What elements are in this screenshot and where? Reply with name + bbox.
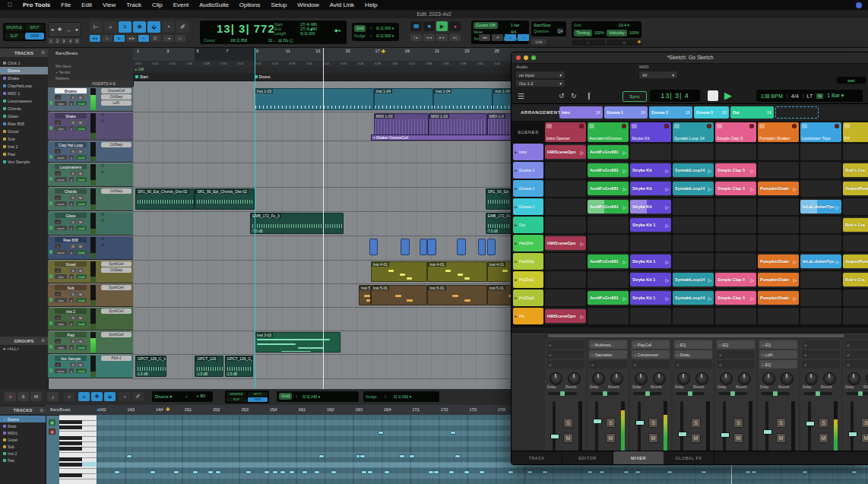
sketch-clip-rob-s-cra[interactable]: Rob's Cra▷ xyxy=(843,218,868,232)
midi-note[interactable] xyxy=(448,470,455,474)
h-zoom-icon[interactable]: ↔ xyxy=(66,27,71,33)
channel-solo-button[interactable]: S xyxy=(691,418,701,428)
clip-gpct-126-c-v[interactable]: GPCT_126_C_V-1.5 dB xyxy=(135,356,166,377)
clip-play-icon[interactable]: ▷ xyxy=(622,259,626,264)
countoff-chip[interactable]: Count Off xyxy=(474,22,498,29)
clip-play-icon[interactable]: ▷ xyxy=(580,241,584,246)
pan-slider-cap[interactable] xyxy=(858,391,863,396)
track-solo-button[interactable]: S xyxy=(70,244,76,248)
clip-play-icon[interactable]: ▷ xyxy=(708,296,711,301)
insert-chip-synthcell[interactable]: SynthCell xyxy=(101,332,131,337)
edit-window-titlebar[interactable]: Edit: 2023-4v2 xyxy=(0,10,868,18)
track-view-selector[interactable]: wave xyxy=(55,226,67,230)
clip-slot-empty[interactable] xyxy=(715,308,756,324)
midi-note[interactable] xyxy=(701,470,707,474)
sketch-window[interactable]: *Sketch: Go SketchAudioMIDIno Input▾Out … xyxy=(511,52,868,465)
track-solo-button[interactable]: S xyxy=(70,315,76,320)
clip-inst-1-04[interactable]: Inst 1-04 xyxy=(374,88,433,110)
insert-slot-empty[interactable] xyxy=(101,113,104,116)
fx-slot-eq[interactable]: ◅EQ xyxy=(674,340,712,349)
track-solo-button[interactable]: S xyxy=(70,149,76,153)
pan-slider-cap[interactable] xyxy=(816,391,820,396)
clip-ra[interactable] xyxy=(369,239,379,255)
fx-bypass-icon[interactable]: ◅ xyxy=(633,343,636,347)
track-name-raw-808[interactable]: Raw 808 xyxy=(55,237,87,242)
track-pan-indicator[interactable]: p xyxy=(69,155,74,160)
track-solo-button[interactable]: S xyxy=(70,362,76,367)
clip-slot-empty[interactable] xyxy=(843,289,868,306)
fx-bypass-icon[interactable]: ◅ xyxy=(633,353,636,357)
fx-slot-empty[interactable]: ◅ xyxy=(717,360,755,369)
fx-bypass-icon[interactable]: ◅ xyxy=(846,362,849,367)
tab-editor[interactable]: EDITOR xyxy=(562,451,613,465)
track-automation-selector[interactable]: read xyxy=(76,345,87,350)
reverb-send-knob[interactable] xyxy=(568,372,581,385)
counter-nav-icons[interactable]: ◆◂ xyxy=(334,27,341,33)
insert-chip-synthcell[interactable]: SynthCell xyxy=(101,308,131,314)
track-name-glass[interactable]: Glass xyxy=(55,213,87,218)
fx-bypass-icon[interactable]: ◅ xyxy=(676,343,679,347)
scene-groove-1[interactable]: ▶Groove 1 xyxy=(513,162,543,179)
sketch-clip-stryke-kit-1[interactable]: Stryke Kit 1▷ xyxy=(630,218,671,232)
midi-note[interactable] xyxy=(527,470,533,474)
sidebar-track-midi-1[interactable]: MIDI 1 xyxy=(0,90,48,97)
pencil-tool[interactable]: ✐ xyxy=(176,21,189,33)
track-mute-button[interactable]: M xyxy=(78,339,84,343)
scene-play-icon[interactable]: ▶ xyxy=(515,168,518,172)
fx-slot-empty[interactable]: ◅ xyxy=(717,350,755,359)
fx-slot-eq[interactable]: ◅EQ xyxy=(759,340,797,349)
redo-button[interactable]: ↻ xyxy=(571,92,577,100)
sketch-clip-inlalckdwntps[interactable]: InLaLckdwnTps▷ xyxy=(800,200,841,214)
track-mute-button[interactable]: M xyxy=(78,268,84,273)
track-mute-button[interactable]: M xyxy=(78,149,84,153)
tab-mixer[interactable]: MIXER xyxy=(613,451,664,465)
menu-item-event[interactable]: Event xyxy=(173,2,188,8)
clip-play-icon[interactable]: ▷ xyxy=(708,277,711,283)
track-header-chords[interactable]: Chords●SMwavepreadCtrlStep xyxy=(48,188,133,211)
sketch-clip-avnm-sgrv881[interactable]: AvnM'sGrv881▷ xyxy=(588,255,629,268)
sketch-track-header-pumpkin-shaker[interactable]: Pumpkin Shaker xyxy=(758,122,799,142)
sidebar-track-growl[interactable]: Growl xyxy=(0,128,48,135)
menu-item-file[interactable]: File xyxy=(61,2,71,8)
track-automation-selector[interactable]: read xyxy=(76,201,87,206)
midi-note[interactable] xyxy=(399,454,405,458)
midi-note[interactable] xyxy=(150,470,156,474)
track-view-selector[interactable]: wave xyxy=(55,369,67,373)
black-key[interactable] xyxy=(59,420,82,424)
clip-play-icon[interactable]: ▷ xyxy=(793,277,797,283)
sketch-clip-avnm-sgrv881[interactable]: AvnM'sGrv881▷ xyxy=(588,145,629,159)
midi-note[interactable] xyxy=(126,454,132,458)
insert-chip-psa-1[interactable]: PSA-1 xyxy=(101,356,131,361)
midi-note[interactable] xyxy=(289,470,295,474)
track-name-loopmasters[interactable]: Loopmasters xyxy=(55,164,87,169)
toolbar-small-btn-2[interactable]: ⇆ xyxy=(114,35,125,42)
track-pan-indicator[interactable]: p xyxy=(69,177,74,182)
track-record-button[interactable]: ● xyxy=(55,315,61,320)
fx-slot-empty[interactable]: ◅ xyxy=(674,360,712,369)
sync-button[interactable]: Sync xyxy=(622,91,647,102)
track-record-button[interactable]: ● xyxy=(55,362,61,367)
clip-gpct-126-c-v[interactable]: GPCT_126_C_V-1.5 dB xyxy=(225,356,253,377)
clip-slot-empty[interactable] xyxy=(800,162,841,179)
fx-bypass-icon[interactable]: ◅ xyxy=(803,343,806,347)
midi-note[interactable] xyxy=(464,470,470,474)
black-key[interactable] xyxy=(59,425,82,429)
track-pan-indicator[interactable]: p xyxy=(69,345,74,350)
scene-intro[interactable]: ▶Intro xyxy=(513,144,543,160)
channel-mute-button[interactable]: M xyxy=(776,433,786,443)
editor-track-pad[interactable]: Pad xyxy=(0,457,46,463)
clip-slot-empty[interactable] xyxy=(800,144,841,160)
sketch-clip-syntaktloop14[interactable]: SyntaktLoop14▷ xyxy=(673,291,714,305)
sketch-clip-syntaktloop14[interactable]: SyntaktLoop14▷ xyxy=(673,182,714,195)
fx-bypass-icon[interactable]: ◅ xyxy=(718,362,721,367)
clip-slot-empty[interactable] xyxy=(843,308,868,324)
midi-note[interactable] xyxy=(280,470,286,474)
scene-part2drp[interactable]: ▶Part2Drp xyxy=(513,253,543,270)
clip-play-icon[interactable]: ▷ xyxy=(665,223,669,228)
marker-start[interactable]: Start xyxy=(135,74,148,80)
fx-slot-empty[interactable]: ◅ xyxy=(844,360,868,369)
clip-slot-empty[interactable] xyxy=(800,235,841,251)
delay-send-knob[interactable] xyxy=(805,372,818,385)
menu-item-setup[interactable]: Setup xyxy=(271,2,287,8)
black-key[interactable] xyxy=(59,457,82,461)
